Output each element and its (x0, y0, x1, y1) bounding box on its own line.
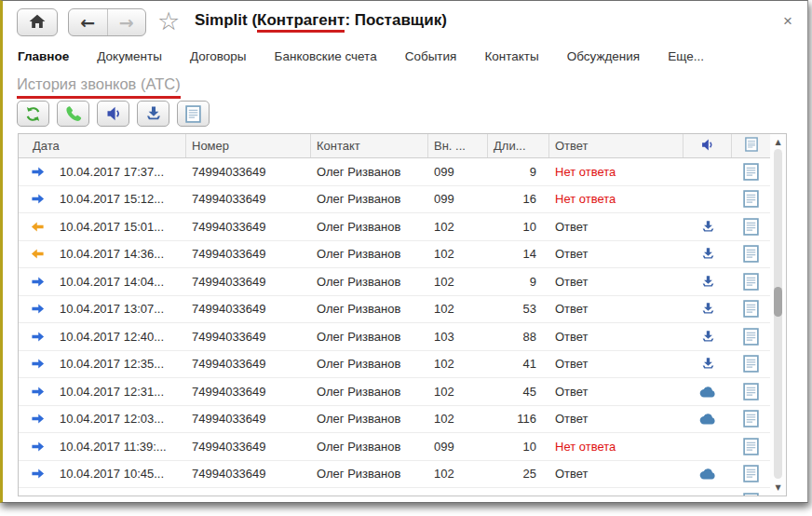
outgoing-call-icon (19, 413, 56, 425)
download-record-icon[interactable] (683, 247, 732, 261)
column-header-duration[interactable]: Дли... (488, 134, 549, 157)
table-row[interactable]: 10.04.2017 14:36...74994033649Олег Ризва… (19, 241, 770, 269)
tab-1[interactable]: Главное (18, 49, 69, 63)
scrollbar-track[interactable] (774, 149, 782, 479)
cell-internal: 099 (428, 192, 488, 206)
history-nav-group: ← → (68, 8, 146, 36)
cell-duration: 53 (488, 302, 549, 316)
download-button[interactable] (137, 101, 169, 127)
download-record-icon[interactable] (683, 330, 732, 344)
speaker-button[interactable] (97, 101, 129, 127)
column-header-answer[interactable]: Ответ (549, 134, 683, 157)
column-header-contact[interactable]: Контакт (311, 134, 428, 157)
tab-6[interactable]: Контакты (484, 49, 538, 63)
note-icon[interactable] (732, 300, 770, 318)
download-record-icon[interactable] (683, 220, 732, 234)
cell-internal: 099 (428, 440, 488, 454)
tab-4[interactable]: Банковские счета (275, 49, 377, 63)
cell-duration: 47 (488, 495, 549, 496)
outgoing-call-icon (19, 166, 56, 178)
outgoing-call-icon (19, 468, 56, 480)
tab-7[interactable]: Обсуждения (567, 49, 640, 63)
tab-3[interactable]: Договоры (190, 49, 247, 63)
table-row[interactable]: 10.04.2017 12:03...74994033649Олег Ризва… (19, 406, 770, 434)
table-row[interactable]: 10.04.2017 12:35...74994033649Олег Ризва… (19, 351, 770, 379)
cell-answer: Ответ (549, 412, 683, 426)
cell-number: 74994033649 (186, 467, 311, 481)
cell-date: 10.04.2017 12:31... (56, 385, 186, 399)
incoming-call-icon (19, 248, 56, 260)
cell-duration: 41 (488, 357, 549, 371)
note-icon[interactable] (732, 218, 770, 236)
cloud-record-icon[interactable] (683, 413, 732, 425)
table-row[interactable]: 10.04.2017 12:40...74994033649Олег Ризва… (19, 323, 770, 351)
column-header-record[interactable] (683, 134, 732, 157)
download-record-icon[interactable] (683, 357, 732, 371)
outgoing-call-icon (19, 358, 56, 370)
back-button[interactable]: ← (69, 9, 108, 35)
cell-internal: 102 (428, 412, 488, 426)
note-button[interactable] (177, 101, 210, 127)
outgoing-call-icon (19, 441, 56, 453)
vertical-scrollbar: ▲ ▼ (770, 134, 786, 496)
cell-date: 10.04.2017 15:01... (56, 220, 186, 234)
tab-8[interactable]: Еще... (668, 49, 704, 63)
note-icon[interactable] (732, 163, 770, 181)
phone-button[interactable] (57, 101, 89, 127)
cell-date: 10.04.2017 13:07... (56, 302, 186, 316)
cell-answer: Ответ (549, 467, 683, 481)
table-row[interactable]: 10.04.2017 10:33...74994033649Олег Ризва… (19, 488, 770, 496)
forward-button[interactable]: → (108, 9, 146, 35)
cell-number: 74994033649 (186, 495, 311, 496)
note-icon[interactable] (732, 355, 770, 373)
note-icon[interactable] (732, 190, 770, 208)
note-icon[interactable] (732, 410, 770, 428)
scroll-down-icon[interactable]: ▼ (770, 483, 786, 492)
outgoing-call-icon (19, 496, 56, 496)
speaker-icon (105, 105, 122, 122)
home-button[interactable] (17, 8, 58, 36)
table-row[interactable]: 10.04.2017 15:12...74994033649Олег Ризва… (19, 186, 770, 214)
download-record-icon[interactable] (683, 302, 732, 316)
cell-duration: 10 (488, 220, 549, 234)
cloud-record-icon[interactable] (683, 386, 732, 398)
note-icon[interactable] (732, 438, 770, 455)
cloud-record-icon[interactable] (683, 468, 732, 480)
tab-2[interactable]: Документы (97, 49, 162, 63)
table-row[interactable]: 10.04.2017 10:45...74994033649Олег Ризва… (19, 461, 770, 489)
cell-number: 74994033649 (186, 302, 311, 316)
cell-contact: Олег Ризванов (311, 192, 428, 206)
column-header-date[interactable]: Дата (19, 134, 186, 157)
title-suffix: : Поставщик) (345, 11, 446, 29)
cell-date: 10.04.2017 14:04... (56, 275, 186, 289)
outgoing-call-icon (19, 386, 56, 398)
note-icon[interactable] (732, 493, 770, 496)
favorite-star-icon[interactable]: ☆ (157, 7, 180, 35)
column-header-internal[interactable]: Вн. ... (428, 134, 488, 157)
table-row[interactable]: 10.04.2017 15:01...74994033649Олег Ризва… (19, 213, 770, 241)
download-record-icon[interactable] (683, 495, 732, 496)
download-record-icon[interactable] (683, 275, 732, 289)
cell-duration: 25 (488, 467, 549, 481)
scrollbar-thumb[interactable] (774, 287, 782, 317)
cell-contact: Олег Ризванов (311, 165, 428, 179)
cell-duration: 16 (488, 192, 549, 206)
close-icon[interactable]: × (783, 13, 792, 29)
note-icon[interactable] (732, 328, 770, 346)
cell-answer: Ответ (549, 330, 683, 344)
table-row[interactable]: 10.04.2017 12:31...74994033649Олег Ризва… (19, 378, 770, 406)
table-row[interactable]: 10.04.2017 17:37...74994033649Олег Ризва… (19, 158, 770, 186)
note-icon[interactable] (732, 383, 770, 401)
note-icon[interactable] (732, 245, 770, 263)
table-row[interactable]: 10.04.2017 11:39:...74994033649Олег Ризв… (19, 433, 770, 461)
column-header-number[interactable]: Номер (186, 134, 311, 157)
refresh-button[interactable] (17, 101, 49, 127)
note-icon[interactable] (732, 273, 770, 291)
column-header-note[interactable] (732, 134, 770, 157)
note-icon[interactable] (732, 465, 770, 482)
tab-5[interactable]: События (405, 49, 457, 63)
table-row[interactable]: 10.04.2017 14:04...74994033649Олег Ризва… (19, 268, 770, 296)
refresh-icon (24, 105, 42, 123)
table-row[interactable]: 10.04.2017 13:07...74994033649Олег Ризва… (19, 296, 770, 324)
scroll-up-icon[interactable]: ▲ (770, 138, 786, 146)
